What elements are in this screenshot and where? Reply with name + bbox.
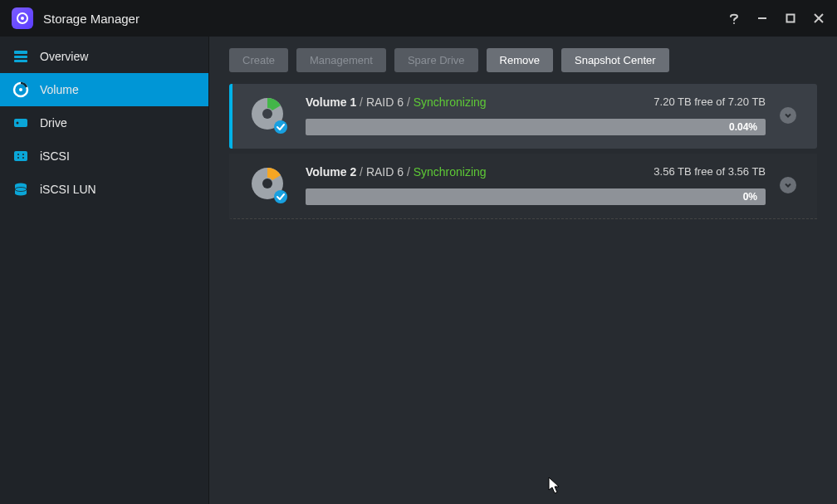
sidebar-item-overview[interactable]: Overview xyxy=(0,40,208,73)
volume-status: Synchronizing xyxy=(414,165,487,179)
expand-button[interactable] xyxy=(780,107,796,124)
svg-point-14 xyxy=(22,154,24,155)
window-title: Storage Manager xyxy=(43,12,727,26)
help-icon[interactable] xyxy=(727,12,741,25)
volume-raid: RAID 6 xyxy=(366,95,404,109)
expand-button[interactable] xyxy=(780,177,796,193)
titlebar: Storage Manager xyxy=(0,0,837,37)
iscsi-icon xyxy=(12,147,30,165)
volume-disk-icon xyxy=(232,94,306,137)
app-logo-icon xyxy=(12,7,33,29)
spare-drive-button[interactable]: Spare Drive xyxy=(394,48,478,72)
sidebar-item-drive[interactable]: Drive xyxy=(0,106,208,139)
svg-point-24 xyxy=(274,190,287,203)
volume-row[interactable]: Volume 2 / RAID 6 / Synchronizing 3.56 T… xyxy=(229,154,817,219)
chevron-down-icon xyxy=(784,181,792,189)
iscsi-lun-icon xyxy=(12,180,30,198)
svg-rect-5 xyxy=(14,51,27,54)
svg-point-11 xyxy=(17,122,19,125)
chevron-down-icon xyxy=(784,111,792,120)
sidebar-item-iscsi[interactable]: iSCSI xyxy=(0,139,208,173)
sidebar-item-label: Overview xyxy=(40,50,88,63)
volume-name: Volume 1 xyxy=(306,95,356,109)
volume-progress-bar: 0% xyxy=(306,188,766,205)
svg-point-21 xyxy=(274,120,287,134)
create-button[interactable]: Create xyxy=(229,48,288,72)
volume-status: Synchronizing xyxy=(414,95,487,109)
sidebar-item-volume[interactable]: Volume xyxy=(0,73,208,106)
svg-rect-7 xyxy=(14,60,27,62)
volume-disk-icon xyxy=(232,164,306,207)
svg-point-23 xyxy=(262,179,272,188)
maximize-icon[interactable] xyxy=(784,12,797,25)
sidebar-item-label: Volume xyxy=(40,83,79,96)
volume-icon xyxy=(12,81,30,99)
remove-button[interactable]: Remove xyxy=(487,48,553,72)
svg-point-13 xyxy=(17,154,19,155)
volume-free-text: 7.20 TB free of 7.20 TB xyxy=(653,95,766,109)
drive-icon xyxy=(12,114,30,132)
svg-point-0 xyxy=(733,22,735,24)
sidebar-item-label: iSCSI LUN xyxy=(40,183,96,196)
minimize-icon[interactable] xyxy=(756,12,769,25)
svg-rect-2 xyxy=(787,15,795,22)
sidebar-item-iscsi-lun[interactable]: iSCSI LUN xyxy=(0,173,208,206)
volume-name: Volume 2 xyxy=(306,165,356,179)
sidebar-item-label: Drive xyxy=(40,116,67,130)
svg-point-16 xyxy=(22,157,24,159)
volume-free-text: 3.56 TB free of 3.56 TB xyxy=(653,165,766,179)
content-area: Create Management Spare Drive Remove Sna… xyxy=(209,37,837,504)
volume-percent: 0% xyxy=(743,191,757,203)
volume-progress-bar: 0.04% xyxy=(306,119,766,135)
management-button[interactable]: Management xyxy=(296,48,386,72)
snapshot-center-button[interactable]: Snapshot Center xyxy=(561,48,669,72)
svg-point-20 xyxy=(262,109,272,119)
sidebar: Overview Volume Drive iSCSI xyxy=(0,37,209,504)
volume-row[interactable]: Volume 1 / RAID 6 / Synchronizing 7.20 T… xyxy=(229,84,817,149)
svg-rect-12 xyxy=(14,151,27,161)
overview-icon xyxy=(12,47,30,66)
toolbar: Create Management Spare Drive Remove Sna… xyxy=(229,48,817,72)
close-icon[interactable] xyxy=(812,12,825,25)
svg-point-15 xyxy=(17,157,19,159)
volume-raid: RAID 6 xyxy=(366,165,404,179)
sidebar-item-label: iSCSI xyxy=(40,149,70,163)
svg-point-9 xyxy=(19,88,22,91)
volume-percent: 0.04% xyxy=(729,121,757,133)
svg-rect-10 xyxy=(14,119,27,127)
svg-rect-6 xyxy=(14,56,27,58)
